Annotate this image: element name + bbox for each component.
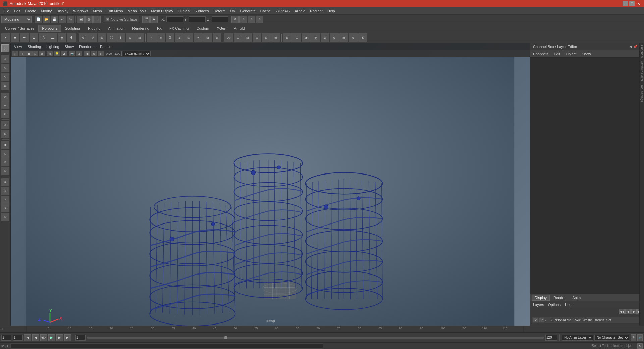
layer-new-btn[interactable]: ◀◀ bbox=[619, 309, 625, 314]
redo-button[interactable]: ↪ bbox=[67, 16, 74, 23]
menu-mesh[interactable]: Mesh bbox=[91, 8, 104, 14]
transform-tool-button[interactable]: ✛ bbox=[93, 16, 101, 23]
tab-polygons[interactable]: Polygons bbox=[38, 25, 61, 32]
menu-uv[interactable]: UV bbox=[228, 8, 237, 14]
tab-surfaces[interactable]: Curves / Surfaces bbox=[1, 25, 38, 32]
shelf-disk[interactable]: ◉ bbox=[58, 33, 66, 42]
new-scene-button[interactable]: 📄 bbox=[35, 16, 42, 23]
menu-curves[interactable]: Curves bbox=[176, 8, 192, 14]
subtab-help[interactable]: Help bbox=[564, 302, 574, 307]
shelf-pipe[interactable]: ⬮ bbox=[67, 33, 76, 42]
frame-end-field[interactable]: 120 bbox=[545, 335, 557, 341]
cb-tab-object[interactable]: Object bbox=[564, 51, 578, 57]
subtab-options[interactable]: Options bbox=[547, 302, 562, 307]
sound-btn[interactable]: 🔊 bbox=[637, 334, 643, 341]
strip-label-attr-editor[interactable]: Attribute Editor bbox=[640, 60, 644, 83]
tab-rendering[interactable]: Rendering bbox=[128, 25, 153, 32]
mode-dropdown[interactable]: Modeling bbox=[1, 16, 32, 23]
shelf-more-9[interactable]: ⊻ bbox=[358, 33, 367, 42]
open-scene-button[interactable]: 📂 bbox=[43, 16, 50, 23]
save-scene-button[interactable]: 💾 bbox=[51, 16, 58, 23]
tab-xgen[interactable]: XGen bbox=[213, 25, 230, 32]
display-mode-3[interactable]: ⊞ bbox=[1, 158, 9, 166]
shelf-subdivide[interactable]: ⊛ bbox=[213, 33, 221, 42]
anim-layer-dropdown[interactable]: No Anim Layer bbox=[562, 335, 593, 341]
shelf-smooth[interactable]: ⌘ bbox=[107, 33, 116, 42]
step-fwd-btn[interactable]: ▶ bbox=[56, 334, 63, 341]
close-button[interactable]: ✕ bbox=[636, 1, 641, 6]
menu-mesh-tools[interactable]: Mesh Tools bbox=[126, 8, 148, 14]
select-tool[interactable]: ▷ bbox=[1, 44, 9, 52]
vp-shadows[interactable]: ◕ bbox=[61, 51, 67, 56]
custom-btn-3[interactable]: ⚙ bbox=[248, 16, 255, 23]
shelf-more-2[interactable]: ⊡ bbox=[292, 33, 301, 42]
display-mode-1[interactable]: ◼ bbox=[1, 141, 9, 149]
range-slider-thumb[interactable] bbox=[224, 336, 227, 339]
shelf-cone[interactable]: ▲ bbox=[30, 33, 38, 42]
soft-sel-tool[interactable]: ◎ bbox=[1, 93, 9, 101]
anim-settings-btn[interactable]: ⚙ bbox=[631, 334, 636, 341]
shelf-bridge[interactable]: ⊠ bbox=[126, 33, 135, 42]
vp-menu-lighting[interactable]: Lighting bbox=[45, 45, 61, 49]
timeline-track[interactable]: 5101520253035404550556065707580859095100… bbox=[27, 326, 523, 332]
tool-extra-5[interactable]: ⊟ bbox=[1, 213, 9, 221]
layer-visibility[interactable]: V bbox=[533, 318, 538, 322]
render-btn[interactable]: 🎬 bbox=[142, 16, 150, 23]
gamma-select[interactable]: sRGB gamma bbox=[123, 51, 151, 56]
shelf-loop-select[interactable]: ≡ bbox=[147, 33, 156, 42]
menu-modify[interactable]: Modify bbox=[39, 8, 54, 14]
vp-select-mode[interactable]: ▷ bbox=[12, 51, 18, 56]
channel-box-collapse[interactable]: ◀ bbox=[629, 45, 632, 48]
shelf-collapse[interactable]: ⊼ bbox=[166, 33, 174, 42]
menu-generate[interactable]: Generate bbox=[238, 8, 258, 14]
layer-next-btn[interactable]: ▶ bbox=[631, 309, 637, 314]
step-back-btn[interactable]: ◀ bbox=[32, 334, 39, 341]
shelf-connect[interactable]: ⊞ bbox=[184, 33, 193, 42]
tool-extra-1[interactable]: ⊠ bbox=[1, 178, 9, 186]
display-tab-anim[interactable]: Anim bbox=[569, 295, 584, 301]
vp-wireframe[interactable]: ◻ bbox=[19, 51, 25, 56]
show-hide-btn[interactable]: 👁 bbox=[1, 121, 9, 129]
vp-lights[interactable]: 💡 bbox=[54, 51, 60, 56]
paint-tool[interactable]: ✏ bbox=[1, 101, 9, 109]
vp-menu-view[interactable]: View bbox=[13, 45, 23, 49]
snap-btn[interactable]: ⊗ bbox=[1, 130, 9, 138]
shelf-layout[interactable]: ⊞ bbox=[253, 33, 261, 42]
tab-arnold[interactable]: Arnold bbox=[230, 25, 249, 32]
shelf-cyl[interactable]: ⬬ bbox=[20, 33, 29, 42]
minimize-button[interactable]: — bbox=[623, 1, 628, 6]
vp-frame-sel[interactable]: ⊻ bbox=[98, 51, 104, 56]
vp-menu-panels[interactable]: Panels bbox=[99, 45, 113, 49]
x-input[interactable] bbox=[166, 16, 183, 22]
display-tab-display[interactable]: Display bbox=[532, 295, 550, 301]
shelf-more-1[interactable]: ⊞ bbox=[283, 33, 292, 42]
shelf-more-4[interactable]: ⊗ bbox=[311, 33, 320, 42]
no-live-surface[interactable]: ◉ No Live Surface bbox=[104, 16, 139, 22]
shelf-torus[interactable]: ◯ bbox=[39, 33, 48, 42]
menu-cache[interactable]: Cache bbox=[258, 8, 273, 14]
custom-btn-2[interactable]: ⚙ bbox=[239, 16, 247, 23]
menu-deform[interactable]: Deform bbox=[211, 8, 227, 14]
shelf-planar[interactable]: ⊡ bbox=[262, 33, 271, 42]
tab-fx[interactable]: FX bbox=[153, 25, 165, 32]
shelf-extrude[interactable]: ⬆ bbox=[116, 33, 125, 42]
menu-mesh-display[interactable]: Mesh Display bbox=[149, 8, 175, 14]
menu-windows[interactable]: Windows bbox=[71, 8, 90, 14]
undo-button[interactable]: ↩ bbox=[59, 16, 66, 23]
shelf-more-3[interactable]: ◉ bbox=[302, 33, 311, 42]
menu-radiant[interactable]: Radiant bbox=[308, 8, 325, 14]
display-tab-render[interactable]: Render bbox=[550, 295, 569, 301]
shelf-more-7[interactable]: ⊠ bbox=[339, 33, 348, 42]
custom-btn-1[interactable]: ⚙ bbox=[231, 16, 239, 23]
layer-playback[interactable]: P bbox=[539, 318, 544, 322]
scale-tool[interactable]: ⤡ bbox=[1, 73, 9, 81]
shelf-separate[interactable]: ⊖ bbox=[88, 33, 97, 42]
shelf-unfold[interactable]: ⊟ bbox=[243, 33, 252, 42]
shelf-merge[interactable]: ⊻ bbox=[175, 33, 184, 42]
cb-tab-edit[interactable]: Edit bbox=[552, 51, 561, 57]
vp-grid[interactable]: ⊞ bbox=[47, 51, 53, 56]
display-mode-2[interactable]: ◻ bbox=[1, 150, 9, 158]
shelf-more-5[interactable]: ⊕ bbox=[321, 33, 329, 42]
layer-item[interactable]: V P / /...:Biohazard_Toxic_Waste_Barrels… bbox=[532, 317, 643, 323]
menu-edit[interactable]: Edit bbox=[12, 8, 22, 14]
